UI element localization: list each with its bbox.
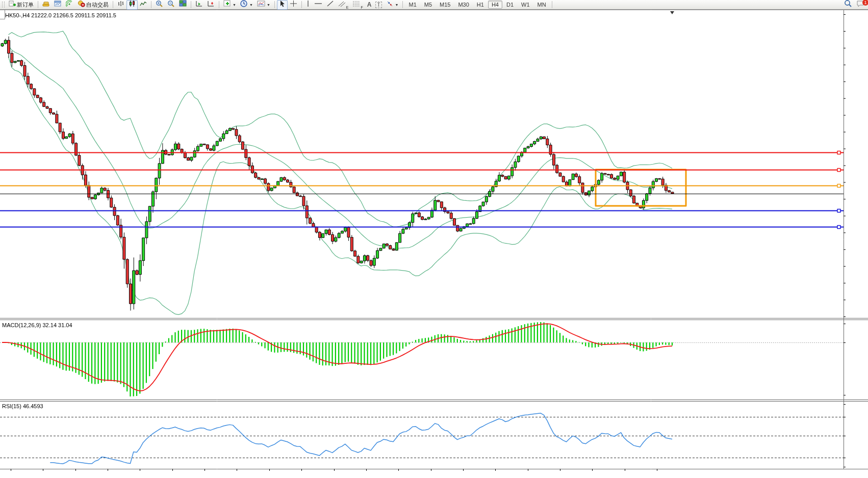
time-axis[interactable]	[0, 469, 844, 478]
timeframe-button-H4[interactable]: H4	[488, 1, 502, 9]
arrows-tool-button[interactable]: ▼	[384, 0, 401, 10]
new-chart-button[interactable]	[52, 0, 64, 10]
chart-shift-icon	[207, 0, 215, 9]
toolbar-grip[interactable]	[2, 2, 5, 8]
toolbar-separator	[151, 1, 151, 8]
chat-button[interactable]: 1	[854, 0, 867, 10]
vertical-line-icon	[306, 0, 310, 9]
search-icon	[844, 0, 852, 10]
timeframe-button-D1[interactable]: D1	[503, 1, 517, 9]
equidistant-channel-tool-button[interactable]: E	[336, 0, 351, 10]
market-watch-button[interactable]	[40, 0, 52, 10]
chart-window-icon	[54, 0, 62, 9]
dropdown-caret-icon: ▼	[249, 3, 253, 7]
new-order-button[interactable]: 新订单	[7, 0, 36, 10]
crosshair-tool-button[interactable]	[288, 0, 299, 10]
line-chart-icon	[140, 0, 147, 9]
text-tool-button[interactable]: A	[365, 0, 374, 10]
chart-canvas[interactable]	[0, 0, 868, 478]
bar-chart-button[interactable]	[115, 0, 126, 10]
periods-button[interactable]: ▼	[238, 0, 255, 10]
timeframe-button-W1[interactable]: W1	[518, 1, 533, 9]
cursor-tool-button[interactable]	[277, 0, 288, 10]
channel-sub-label: E	[346, 6, 349, 9]
autotrading-label: 自动交易	[86, 1, 109, 9]
autotrading-button[interactable]: 自动交易	[75, 0, 111, 10]
candlestick-chart-icon	[129, 0, 136, 9]
toolbar-separator	[274, 1, 275, 8]
dropdown-caret-icon: ▼	[267, 3, 270, 7]
timeframe-button-M15[interactable]: M15	[436, 1, 454, 9]
price-axis[interactable]	[844, 10, 868, 469]
toolbar-separator	[219, 1, 219, 8]
candlestick-chart-button[interactable]	[126, 0, 138, 10]
indicators-icon	[223, 0, 231, 9]
timeframe-button-MN[interactable]: MN	[534, 1, 550, 9]
search-button[interactable]	[842, 0, 854, 10]
zoom-out-button[interactable]	[165, 0, 177, 10]
chat-notification-badge: 1	[862, 0, 868, 6]
timeframe-button-M1[interactable]: M1	[405, 1, 420, 9]
new-order-label: 新订单	[17, 1, 34, 9]
timeframe-group: M1M5M15M30H1H4D1W1MN	[405, 1, 549, 9]
timeframe-button-M30[interactable]: M30	[454, 1, 472, 9]
fibonacci-sub-label: F	[361, 6, 363, 9]
toolbar: 新订单 自动交易 ▼	[0, 0, 868, 10]
label-tool-label: T	[375, 2, 381, 8]
text-label-tool-button[interactable]: T	[373, 0, 384, 10]
channel-icon	[338, 0, 346, 9]
fibonacci-tool-button[interactable]: F	[350, 0, 365, 10]
dropdown-caret-icon: ▼	[395, 3, 399, 7]
signals-button[interactable]	[64, 0, 75, 10]
chart-shift-button[interactable]	[205, 0, 217, 10]
templates-button[interactable]: ▼	[255, 0, 272, 10]
vertical-line-tool-button[interactable]	[304, 0, 312, 10]
autotrading-icon	[78, 0, 85, 9]
tile-windows-button[interactable]	[177, 0, 189, 10]
horizontal-line-tool-button[interactable]	[312, 0, 324, 10]
arrows-icon	[386, 0, 394, 9]
fibonacci-icon	[352, 0, 360, 9]
new-order-icon	[9, 0, 16, 9]
timeframe-button-M5[interactable]: M5	[421, 1, 436, 9]
timeframe-button-H1[interactable]: H1	[473, 1, 488, 9]
gold-icon	[42, 0, 50, 9]
toolbar-separator	[191, 1, 191, 8]
crosshair-icon	[290, 0, 297, 9]
toolbar-separator	[38, 1, 38, 8]
bar-chart-icon	[117, 0, 124, 9]
zoom-in-button[interactable]	[154, 0, 165, 10]
tile-windows-icon	[179, 0, 187, 9]
zoom-out-icon	[167, 0, 175, 10]
auto-scroll-button[interactable]	[193, 0, 205, 10]
dropdown-caret-icon: ▼	[233, 3, 236, 7]
trendline-tool-button[interactable]	[324, 0, 336, 10]
text-tool-label: A	[367, 1, 372, 8]
toolbar-separator	[113, 1, 113, 8]
clock-icon	[240, 0, 248, 10]
indicators-button[interactable]: ▼	[221, 0, 238, 10]
template-icon	[257, 0, 265, 9]
line-chart-button[interactable]	[138, 0, 149, 10]
toolbar-separator	[301, 1, 302, 8]
toolbar-separator	[402, 1, 403, 8]
trendline-icon	[326, 0, 334, 9]
auto-scroll-icon	[195, 0, 203, 9]
cursor-icon	[279, 0, 286, 9]
toolbar-separator	[552, 1, 552, 8]
horizontal-line-icon	[314, 0, 322, 9]
zoom-in-icon	[156, 0, 163, 10]
signal-icon	[66, 0, 73, 9]
